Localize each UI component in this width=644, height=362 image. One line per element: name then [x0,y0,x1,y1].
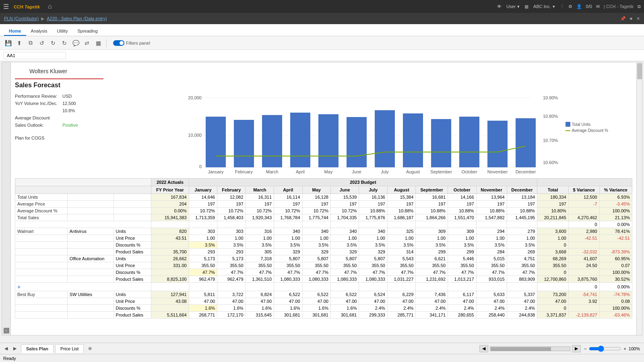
cell-aug[interactable]: 15,384 [387,194,415,201]
cell-apr[interactable]: 16,114 [274,194,302,201]
tab-analysis[interactable]: Analysis [26,27,52,36]
cell-dec[interactable]: 244,838 [507,312,537,319]
cell-jan[interactable]: 293 [189,249,217,255]
sheet-tab-sales-plan[interactable]: Sales Plan [21,344,54,353]
toolbar-btn-9[interactable]: ▦ [93,38,103,48]
cell-fy[interactable]: 167,834 [151,194,189,201]
cell-mar[interactable]: 47.7% [246,269,274,276]
cell-jan[interactable]: 3.5% [189,242,217,249]
h-scroll-thumb[interactable] [491,347,551,351]
cell-mar[interactable]: 1.00 [246,235,274,242]
cell-aug[interactable]: 285,771 [387,312,415,319]
cell-dec[interactable]: 883,909 [507,276,537,283]
cell-dec[interactable]: 2.4% [507,305,537,312]
cell-nov[interactable]: 1,547,882 [476,214,507,221]
breadcrumb-link-1[interactable]: PLN (Contributor) [4,16,39,21]
cell-aug[interactable]: 5,543 [387,255,415,262]
cell-apr[interactable]: 355.50 [274,262,302,269]
cell-may[interactable]: 1.00 [302,235,330,242]
filters-toggle-switch[interactable] [113,40,124,46]
cell-apr[interactable]: 10.72% [274,208,302,214]
cell-nov[interactable]: 3.5% [476,242,507,249]
cell-oct[interactable]: 3.5% [448,242,476,249]
cell-fy[interactable]: 204 [151,201,189,208]
cell-jan[interactable]: 5,811 [189,291,217,298]
cell-fy[interactable] [151,242,189,249]
cell-feb[interactable]: 1,458,403 [217,214,246,221]
cell-sep[interactable]: 2.4% [416,305,448,312]
cell-dec[interactable]: 5,337 [507,291,537,298]
cell-jan[interactable]: 1,713,359 [189,214,217,221]
cell-jul[interactable]: 5,807 [359,255,387,262]
cell-may[interactable]: 6,522 [302,291,330,298]
cell-dec[interactable]: 4,751 [507,255,537,262]
cell-apr[interactable]: 1,768,784 [274,214,302,221]
pin-icon[interactable]: 📌 [620,16,626,21]
cell-apr[interactable]: 340 [274,228,302,235]
cell-feb[interactable]: 47.7% [217,269,246,276]
cell-fy[interactable]: 5,511,664 [151,312,189,319]
cell-mar[interactable]: 355.50 [246,262,274,269]
cell-sep[interactable]: 341,171 [416,312,448,319]
cell-aug[interactable]: 1.00 [387,235,415,242]
cell-mar[interactable]: 197 [246,201,274,208]
cell-oct[interactable]: 2.4% [448,305,476,312]
cell-sep[interactable]: 6,621 [416,255,448,262]
cell-jul[interactable]: 10.88% [359,208,387,214]
cell-oct[interactable]: 14,166 [448,194,476,201]
cell-aug[interactable]: 197 [387,201,415,208]
cell-apr[interactable]: 47.7% [274,269,302,276]
cell-nov[interactable]: 197 [476,201,507,208]
cell-mar[interactable]: 316 [246,228,274,235]
cell-apr[interactable]: 1,080,333 [274,276,302,283]
cell-feb[interactable]: 962,479 [217,276,246,283]
cell-fy[interactable]: 127,941 [151,291,189,298]
cell-mar[interactable]: 7,318 [246,255,274,262]
cell-jul[interactable]: 47.7% [359,269,387,276]
toolbar-btn-3[interactable]: ⧉ [26,38,35,48]
cell-fy[interactable]: 26,662 [151,255,189,262]
cell-may[interactable]: 47.7% [302,269,330,276]
cell-may[interactable]: 301,681 [302,312,330,319]
cell-jun[interactable]: 1.6% [330,305,359,312]
user-menu[interactable]: User ▾ [506,4,520,9]
cell-sep[interactable]: 1,231,692 [416,276,448,283]
cell-jun[interactable]: 1,080,333 [330,276,359,283]
cell-nov[interactable]: 933,015 [476,276,507,283]
cell-aug[interactable]: 2.4% [387,305,415,312]
cell-jan[interactable]: 197 [189,201,217,208]
sheet-tab-price-list[interactable]: Price List [55,344,84,353]
cell-jun[interactable]: 47.7% [330,269,359,276]
cell-jan[interactable]: 962,479 [189,276,217,283]
cell-dec[interactable]: 197 [507,201,537,208]
cell-jan[interactable]: 268,771 [189,312,217,319]
cell-feb[interactable]: 5,173 [217,255,246,262]
cell-nov[interactable]: 294 [476,228,507,235]
filters-panel-toggle[interactable]: Filters panel [113,40,150,46]
cell-feb[interactable]: 293 [217,249,246,255]
collapse-button[interactable]: − [4,328,9,333]
cell-jun[interactable]: 1,704,335 [330,214,359,221]
cell-jul[interactable]: 6,524 [359,291,387,298]
cell-sep[interactable]: 309 [416,228,448,235]
cell-fy[interactable] [151,305,189,312]
cell-mar[interactable]: 6,824 [246,291,274,298]
cell-jul[interactable]: 16,136 [359,194,387,201]
cell-oct[interactable]: 1,551,470 [448,214,476,221]
cell-jan[interactable]: 355.50 [189,262,217,269]
cell-mar[interactable]: 305 [246,249,274,255]
home-icon[interactable]: ⌂ [48,3,52,10]
cell-feb[interactable]: 3,722 [217,291,246,298]
cell-jul[interactable]: 197 [359,201,387,208]
cell-reference-input[interactable] [3,52,66,59]
cell-sep[interactable]: 47.7% [416,269,448,276]
cell-jul[interactable]: 340 [359,228,387,235]
scroll-left-btn[interactable]: ◀ [479,345,488,352]
cell-oct[interactable]: 299 [448,249,476,255]
cell-fy[interactable]: 8,825,100 [151,276,189,283]
company-menu[interactable]: ABC Inc. ▾ [533,4,555,9]
cell-fy[interactable]: 43.51 [151,235,189,242]
cell-dec[interactable]: 3.5% [507,242,537,249]
tab-home[interactable]: Home [4,27,26,36]
cell-may[interactable]: 1.6% [302,305,330,312]
